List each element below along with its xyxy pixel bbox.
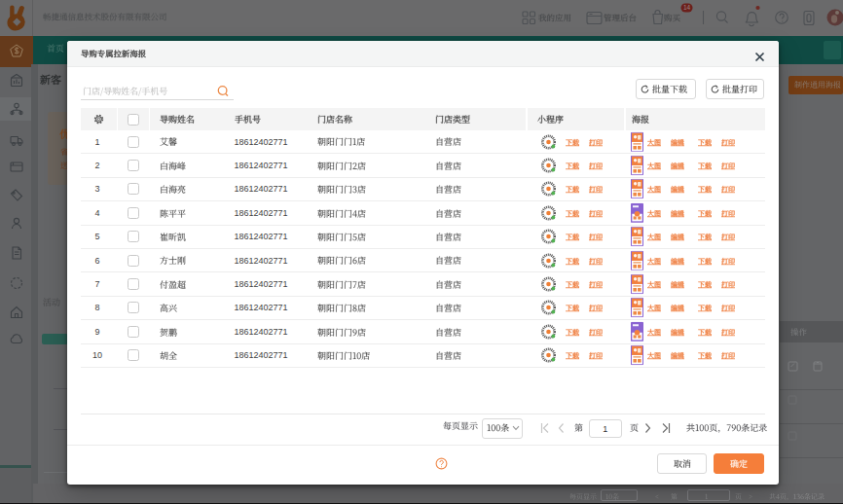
- svg-text:14: 14: [683, 4, 691, 11]
